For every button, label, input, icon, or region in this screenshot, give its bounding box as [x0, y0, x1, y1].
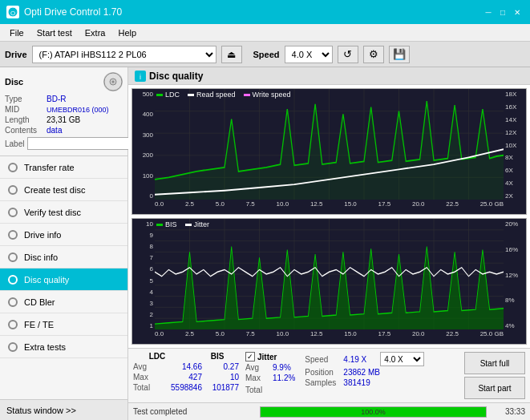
disc-mid-row: MID UMEBDR016 (000)	[5, 105, 123, 114]
chart2-plot	[155, 219, 504, 329]
close-button[interactable]: ✕	[511, 6, 524, 18]
sidebar-item-verify-test-disc[interactable]: Verify test disc	[0, 201, 127, 224]
chart2-x-axis: 0.0 2.5 5.0 7.5 10.0 12.5 15.0 17.5 20.0…	[155, 329, 504, 344]
ldc-bis-stats: LDC BIS Avg 14.66 0.27 Max 427 10 Total …	[133, 352, 239, 392]
menu-start-test[interactable]: Start test	[30, 26, 79, 39]
menu-bar: File Start test Extra Help	[0, 24, 530, 42]
main-layout: Disc Type BD-R MID UMEBDR016 (000) Lengt…	[0, 67, 530, 420]
jitter-header-row: ✓ Jitter	[245, 352, 295, 361]
jitter-max-label: Max	[245, 374, 268, 382]
disc-label-row: Label ✎	[5, 136, 123, 151]
disc-quality-title: Disc quality	[149, 71, 203, 82]
drive-bar: Drive (F:) ATAPI iHBS112 2 PL06 ⏏ Speed …	[0, 42, 530, 67]
sidebar-item-disc-quality[interactable]: Disc quality	[0, 269, 127, 291]
sidebar-item-drive-info[interactable]: Drive info	[0, 224, 127, 246]
ldc-total: 5598846	[160, 383, 202, 392]
time-display: 33:33	[490, 407, 530, 416]
jitter-total-label: Total	[245, 386, 268, 394]
chart1-y-axis-left: 500 400 300 200 100 0	[132, 89, 155, 200]
refresh-button[interactable]: ↺	[338, 46, 358, 63]
chart-bis: BIS Jitter 10 9 8 7 6 5 4 3	[131, 218, 527, 345]
samples-row: Samples 381419	[305, 378, 424, 387]
sidebar-item-fe-te[interactable]: FE / TE	[0, 313, 127, 336]
menu-extra[interactable]: Extra	[79, 26, 112, 39]
start-full-button[interactable]: Start full	[464, 352, 525, 374]
disc-contents-label: Contents	[5, 126, 47, 135]
svg-text:i: i	[140, 73, 141, 81]
drive-select[interactable]: (F:) ATAPI iHBS112 2 PL06	[32, 46, 216, 63]
legend-write-speed-label: Write speed	[253, 91, 291, 99]
sidebar-item-label: Create test disc	[24, 185, 85, 195]
disc-info-icon	[6, 251, 19, 264]
sidebar-item-extra-tests[interactable]: Extra tests	[0, 336, 127, 358]
chart1-legend: LDC Read speed Write speed	[156, 91, 290, 99]
eject-button[interactable]: ⏏	[221, 46, 242, 63]
sidebar-item-label: Disc quality	[24, 275, 69, 285]
legend-bis: BIS	[156, 220, 177, 228]
menu-file[interactable]: File	[3, 26, 30, 39]
position-label: Position	[305, 368, 338, 377]
fe-te-icon	[6, 318, 19, 331]
jitter-avg-row: Avg 9.9%	[245, 363, 295, 372]
jitter-header: Jitter	[257, 353, 277, 361]
title-bar-left: O Opti Drive Control 1.70	[6, 6, 122, 18]
sidebar-item-label: Drive info	[24, 230, 61, 240]
jitter-max: 11.2%	[273, 374, 295, 382]
svg-text:O: O	[10, 10, 15, 17]
disc-type-value: BD-R	[47, 95, 66, 103]
create-disc-icon	[6, 184, 19, 196]
sidebar-item-label: Transfer rate	[24, 163, 75, 172]
save-button[interactable]: 💾	[389, 46, 410, 63]
disc-mid-label: MID	[5, 105, 47, 114]
legend-jitter-label: Jitter	[194, 220, 210, 228]
sidebar-item-cd-bler[interactable]: CD Bler	[0, 291, 127, 313]
jitter-stats: ✓ Jitter Avg 9.9% Max 11.2% Total	[245, 352, 295, 395]
sidebar-item-label: Verify test disc	[24, 208, 81, 217]
sidebar: Disc Type BD-R MID UMEBDR016 (000) Lengt…	[0, 67, 128, 420]
sidebar-item-create-test-disc[interactable]: Create test disc	[0, 179, 127, 201]
nav-items: Transfer rate Create test disc Verify te…	[0, 156, 127, 399]
chart1-x-axis: 0.0 2.5 5.0 7.5 10.0 12.5 15.0 17.5 20.0…	[155, 200, 504, 214]
speed-label: Speed	[253, 50, 280, 59]
ldc-max: 427	[160, 373, 202, 382]
sidebar-item-label: CD Bler	[24, 297, 55, 307]
title-bar: O Opti Drive Control 1.70 ─ □ ✕	[0, 0, 530, 24]
sidebar-item-disc-info[interactable]: Disc info	[0, 246, 127, 269]
app-title: Opti Drive Control 1.70	[24, 6, 122, 18]
disc-quality-icon	[6, 273, 19, 286]
legend-read-speed-label: Read speed	[196, 91, 236, 99]
disc-length-label: Length	[5, 115, 47, 124]
minimize-button[interactable]: ─	[482, 6, 495, 18]
total-row: Total 5598846 101877	[133, 383, 239, 392]
chart-ldc: LDC Read speed Write speed 500 400 300	[131, 88, 527, 215]
speed-row: Speed 4.19 X 4.0 X	[305, 352, 424, 366]
disc-label-label: Label	[5, 139, 24, 148]
speed-stat-select[interactable]: 4.0 X	[380, 352, 424, 366]
start-buttons: Start full Start part	[464, 352, 525, 399]
drive-label: Drive	[5, 50, 27, 59]
jitter-avg-label: Avg	[245, 363, 268, 372]
menu-help[interactable]: Help	[111, 26, 143, 39]
jitter-total-row: Total	[245, 384, 295, 395]
speed-stat-label: Speed	[305, 355, 338, 364]
sidebar-item-label: Disc info	[24, 252, 58, 262]
legend-jitter: Jitter	[185, 220, 210, 228]
disc-header: Disc	[5, 72, 123, 91]
legend-write-speed: Write speed	[244, 91, 291, 99]
jitter-checkbox[interactable]: ✓	[245, 352, 255, 361]
bis-header: BIS	[197, 352, 237, 361]
maximize-button[interactable]: □	[496, 6, 509, 18]
max-row: Max 427 10	[133, 373, 239, 382]
status-bottom-bar: Test completed 100.0% 33:33	[128, 402, 530, 420]
disc-panel: Disc Type BD-R MID UMEBDR016 (000) Lengt…	[0, 67, 127, 156]
status-window-button[interactable]: Status window >>	[0, 399, 127, 420]
disc-label-input[interactable]	[27, 137, 134, 150]
disc-length-row: Length 23,31 GB	[5, 115, 123, 124]
sidebar-item-transfer-rate[interactable]: Transfer rate	[0, 156, 127, 179]
position-value: 23862 MB	[343, 368, 380, 377]
app-icon: O	[6, 6, 19, 18]
disc-quality-header-icon: i	[135, 71, 146, 82]
settings-button[interactable]: ⚙	[363, 46, 384, 63]
speed-select[interactable]: 4.0 X	[285, 46, 333, 63]
start-part-button[interactable]: Start part	[464, 377, 525, 399]
